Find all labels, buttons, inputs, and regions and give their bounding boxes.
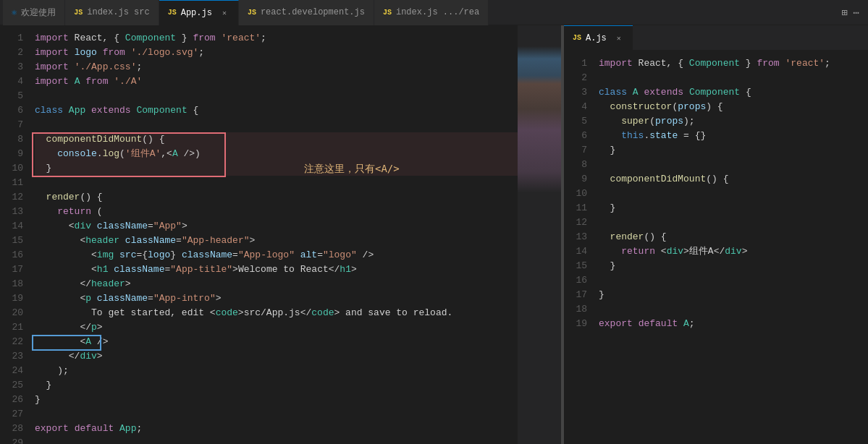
code-line-7	[35, 118, 561, 132]
tab-label-index-src: index.js src	[87, 7, 149, 17]
code-line-22: <A />	[35, 335, 561, 349]
right-code-line-2	[599, 71, 868, 85]
tab-js-icon-right: JS	[573, 34, 581, 42]
code-line-28: export default App;	[35, 422, 561, 436]
right-code-line-4: constructor(props) {	[599, 100, 868, 114]
tab-a-js[interactable]: JS A.js ✕	[564, 25, 633, 51]
right-code-line-16	[599, 273, 868, 288]
code-line-21: </p>	[35, 320, 561, 335]
right-code-line-10	[599, 187, 868, 201]
right-panel: JS A.js ✕ 12345 678910 1112131415 161718…	[564, 25, 868, 444]
tab-index-rea[interactable]: JS index.js .../rea	[374, 0, 489, 25]
right-code-line-13: render() {	[599, 230, 868, 244]
tab-index-src[interactable]: JS index.js src	[65, 0, 159, 25]
tab-js-icon-1: JS	[74, 9, 83, 17]
code-line-2: import logo from './logo.svg';	[35, 46, 561, 60]
tab-label-a-js: A.js	[586, 33, 607, 43]
code-line-5	[35, 89, 561, 103]
code-line-27	[35, 407, 561, 422]
code-line-8: componentDidMount() {	[35, 132, 561, 147]
left-code-content: 注意这里，只有<A/> import React, { Component } …	[29, 25, 561, 444]
right-code-line-19: export default A;	[599, 317, 868, 331]
tab-react-dev[interactable]: JS react.development.js	[239, 0, 374, 25]
tab-welcome[interactable]: ⚛ 欢迎使用	[3, 0, 65, 25]
right-code-content: import React, { Component } from 'react'…	[593, 51, 868, 444]
right-line-numbers: 12345 678910 1112131415 16171819	[564, 51, 593, 444]
grid-icon[interactable]: ⊞	[841, 7, 847, 19]
tab-js-icon-3: JS	[248, 9, 256, 17]
left-line-numbers: 12345 678910 1112131415 1617181920 21222…	[0, 25, 29, 444]
tab-close-app-js[interactable]: ✕	[219, 9, 229, 17]
left-code-area: 12345 678910 1112131415 1617181920 21222…	[0, 25, 561, 444]
code-line-17: <h1 className="App-title">Welcome to Rea…	[35, 262, 561, 277]
code-line-4: import A from './A'	[35, 74, 561, 89]
code-line-18: </header>	[35, 277, 561, 291]
tab-close-a-js[interactable]: ✕	[614, 34, 624, 43]
right-code-line-14: return <div>组件A</div>	[599, 244, 868, 259]
minimap	[518, 25, 561, 444]
tab-label-welcome: 欢迎使用	[21, 7, 56, 19]
tab-label-app-js: App.js	[181, 8, 212, 18]
tab-js-icon-4: JS	[383, 9, 392, 17]
code-line-26: }	[35, 393, 561, 407]
tab-label-index-rea: index.js .../rea	[396, 7, 479, 17]
left-panel: 12345 678910 1112131415 1617181920 21222…	[0, 25, 562, 444]
code-line-12: render() {	[35, 190, 561, 205]
tab-label-react-dev: react.development.js	[261, 7, 365, 17]
code-line-11	[35, 176, 561, 190]
code-line-14: <div className="App">	[35, 219, 561, 234]
minimap-canvas	[518, 25, 561, 444]
code-line-23: </div>	[35, 349, 561, 364]
editor-window: ⚛ 欢迎使用 JS index.js src JS App.js ✕ JS re…	[0, 0, 868, 444]
right-code-line-6: this.state = {}	[599, 129, 868, 143]
right-code-area: 12345 678910 1112131415 16171819 import …	[564, 51, 868, 444]
editor-area: 12345 678910 1112131415 1617181920 21222…	[0, 25, 868, 444]
tab-app-js[interactable]: JS App.js ✕	[159, 0, 239, 25]
code-line-3: import './App.css';	[35, 60, 561, 74]
right-code-line-18	[599, 302, 868, 317]
code-line-29	[35, 436, 561, 444]
code-line-6: class App extends Component {	[35, 103, 561, 118]
right-code-line-12	[599, 215, 868, 230]
tab-bar-icons: ⊞ ⋯	[835, 7, 865, 19]
code-line-19: <p className="App-intro">	[35, 291, 561, 306]
tab-js-icon-2: JS	[168, 9, 177, 17]
code-line-15: <header className="App-header">	[35, 234, 561, 248]
right-panel-tabs: JS A.js ✕	[564, 25, 868, 51]
code-line-1: import React, { Component } from 'react'…	[35, 31, 561, 46]
code-line-20: To get started, edit <code>src/App.js</c…	[35, 306, 561, 320]
right-code-line-11: }	[599, 201, 868, 215]
code-line-25: }	[35, 378, 561, 393]
right-code-line-8	[599, 158, 868, 172]
code-line-13: return (	[35, 205, 561, 219]
right-code-line-5: super(props);	[599, 114, 868, 129]
code-line-16: <img src={logo} className="App-logo" alt…	[35, 248, 561, 262]
right-code-line-17: }	[599, 288, 868, 302]
code-line-24: );	[35, 364, 561, 378]
right-code-line-3: class A extends Component {	[599, 85, 868, 100]
tab-icon-welcome: ⚛	[12, 7, 17, 18]
right-code-line-15: }	[599, 259, 868, 273]
right-code-line-7: }	[599, 143, 868, 158]
code-line-9: console.log('组件A',<A />)	[35, 147, 561, 161]
tab-bar: ⚛ 欢迎使用 JS index.js src JS App.js ✕ JS re…	[0, 0, 868, 25]
code-line-10: }	[35, 161, 561, 176]
right-code-line-1: import React, { Component } from 'react'…	[599, 56, 868, 71]
right-code-line-9: componentDidMount() {	[599, 172, 868, 187]
more-icon[interactable]: ⋯	[854, 7, 859, 19]
